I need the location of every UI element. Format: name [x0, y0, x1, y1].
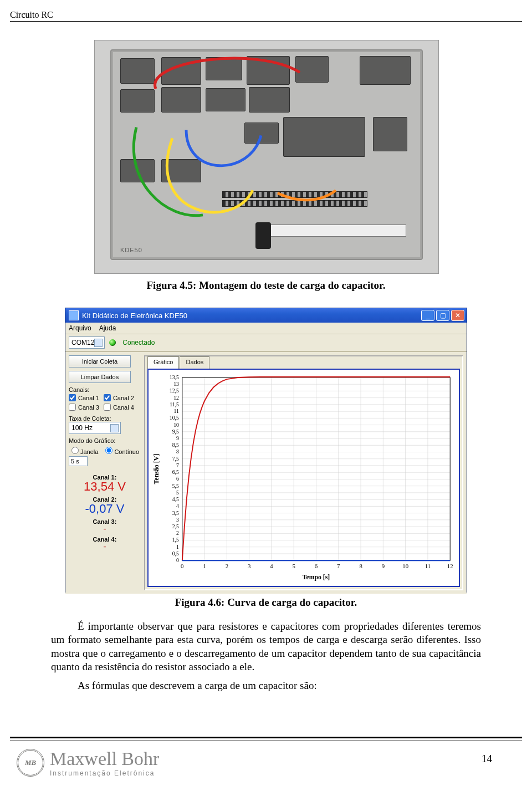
svg-text:6,5: 6,5 [172, 469, 179, 475]
brand-name: Maxwell Bohr [50, 748, 159, 769]
page-number: 14 [482, 753, 492, 765]
svg-text:4: 4 [270, 563, 273, 569]
svg-text:3,5: 3,5 [172, 510, 179, 516]
menubar: Arquivo Ajuda [65, 323, 467, 334]
svg-text:2: 2 [176, 530, 179, 536]
svg-text:0: 0 [176, 557, 179, 563]
svg-text:8: 8 [176, 448, 179, 455]
chart: 00,511,522,533,544,555,566,577,588,599,5… [147, 369, 460, 587]
svg-text:5,5: 5,5 [172, 483, 179, 489]
svg-text:5: 5 [176, 489, 179, 496]
brand-badge-icon: MB [17, 749, 44, 777]
paragraph-1: É importante observar que para resistore… [51, 620, 481, 673]
canal-3-checkbox[interactable]: Canal 3 [69, 404, 99, 411]
brand-tagline: Instrumentação Eletrônica [50, 769, 159, 777]
canal-3-value: - [69, 524, 141, 534]
maximize-button[interactable]: ▢ [436, 310, 449, 321]
canal-4-checkbox[interactable]: Canal 4 [104, 404, 134, 411]
body-text: É importante observar que para resistore… [51, 620, 481, 698]
iniciar-coleta-button[interactable]: Iniciar Coleta [69, 355, 131, 368]
figure-4-5-caption: Figura 4.5: Montagem do teste de carga d… [94, 279, 438, 292]
figure-4-6-caption: Figura 4.6: Curva de carga do capacitor. [0, 596, 532, 609]
svg-text:7: 7 [337, 563, 340, 569]
menu-arquivo[interactable]: Arquivo [69, 324, 91, 332]
canal-1-checkbox[interactable]: Canal 1 [69, 394, 99, 401]
svg-text:13: 13 [173, 381, 179, 387]
svg-text:9: 9 [176, 435, 179, 441]
svg-text:3: 3 [176, 517, 179, 523]
svg-text:Tempo [s]: Tempo [s] [303, 573, 330, 581]
svg-text:10: 10 [173, 421, 179, 427]
titlebar: Kit Didático de Eletrônica KDE50 _ ▢ ✕ [65, 308, 467, 323]
svg-text:12: 12 [447, 563, 453, 569]
running-head: Circuito RC [10, 10, 53, 20]
modo-title: Modo do Gráfico: [69, 437, 141, 444]
limpar-dados-button[interactable]: Limpar Dados [69, 371, 131, 383]
jumper-wires [111, 50, 422, 259]
footer-rule-thin [10, 741, 522, 741]
svg-text:8: 8 [359, 563, 362, 569]
svg-text:11,5: 11,5 [170, 401, 179, 407]
svg-text:7,5: 7,5 [172, 456, 179, 462]
svg-text:1: 1 [176, 544, 179, 550]
modo-janela-radio[interactable]: Janela [69, 445, 98, 455]
svg-text:8,5: 8,5 [172, 442, 179, 448]
canal-1-value: 13,54 V [69, 479, 141, 494]
svg-text:4,5: 4,5 [172, 496, 179, 502]
svg-text:12: 12 [173, 395, 179, 401]
header-rule [10, 21, 522, 22]
side-panel: Iniciar Coleta Limpar Dados Canais: Cana… [65, 352, 144, 594]
canal-2-checkbox[interactable]: Canal 2 [104, 394, 134, 401]
port-combo[interactable]: COM12 [69, 336, 105, 349]
svg-text:10,5: 10,5 [170, 415, 179, 421]
status-label: Conectado [122, 339, 155, 346]
svg-text:Tensão [V]: Tensão [V] [152, 454, 160, 484]
status-led-icon [109, 339, 116, 346]
svg-text:5: 5 [293, 563, 295, 569]
board-photo: KDE50 [94, 40, 439, 274]
figure-4-5: KDE50 Figura 4.5: Montagem do teste de c… [94, 40, 438, 292]
svg-text:6: 6 [176, 476, 179, 482]
svg-text:13,5: 13,5 [170, 374, 179, 380]
svg-text:7: 7 [176, 462, 179, 468]
footer-brand: MB Maxwell Bohr Instrumentação Eletrônic… [17, 748, 159, 777]
window-title: Kit Didático de Eletrônica KDE50 [82, 312, 187, 320]
svg-text:11: 11 [425, 563, 431, 569]
app-window: Kit Didático de Eletrônica KDE50 _ ▢ ✕ A… [65, 308, 467, 592]
svg-text:9: 9 [382, 563, 385, 569]
svg-text:0,5: 0,5 [172, 550, 179, 557]
taxa-combo[interactable]: 100 Hz [69, 422, 121, 434]
svg-text:1,5: 1,5 [172, 537, 179, 543]
app-icon [69, 310, 79, 320]
tab-grafico[interactable]: Gráfico [147, 356, 179, 369]
paragraph-2: As fórmulas que descrevem a carga de um … [51, 679, 481, 692]
plot-panel: Gráfico Dados 00,511,522,533,544,555,566… [144, 355, 463, 590]
footer-rule-thick [10, 737, 522, 738]
canais-title: Canais: [69, 386, 141, 393]
svg-text:9,5: 9,5 [172, 428, 179, 435]
svg-text:11: 11 [174, 408, 179, 414]
svg-text:1: 1 [203, 563, 206, 569]
svg-text:2,5: 2,5 [172, 523, 179, 529]
svg-text:6: 6 [315, 563, 318, 569]
svg-text:3: 3 [248, 563, 250, 569]
menu-ajuda[interactable]: Ajuda [99, 324, 116, 332]
canal-4-value: - [69, 542, 141, 552]
svg-text:12,5: 12,5 [170, 387, 179, 394]
svg-text:10: 10 [402, 563, 408, 569]
modo-continuo-radio[interactable]: Contínuo [103, 445, 139, 455]
svg-text:2: 2 [226, 563, 228, 569]
svg-text:0: 0 [181, 563, 184, 569]
minimize-button[interactable]: _ [421, 310, 434, 321]
canal-2-value: -0,07 V [69, 502, 141, 516]
svg-text:4: 4 [176, 503, 179, 509]
connection-bar: COM12 Conectado [65, 334, 467, 351]
tab-dados[interactable]: Dados [180, 356, 209, 369]
janela-size-input[interactable]: 5 s [69, 456, 88, 466]
taxa-title: Taxa de Coleta: [69, 415, 141, 422]
close-button[interactable]: ✕ [451, 310, 464, 321]
